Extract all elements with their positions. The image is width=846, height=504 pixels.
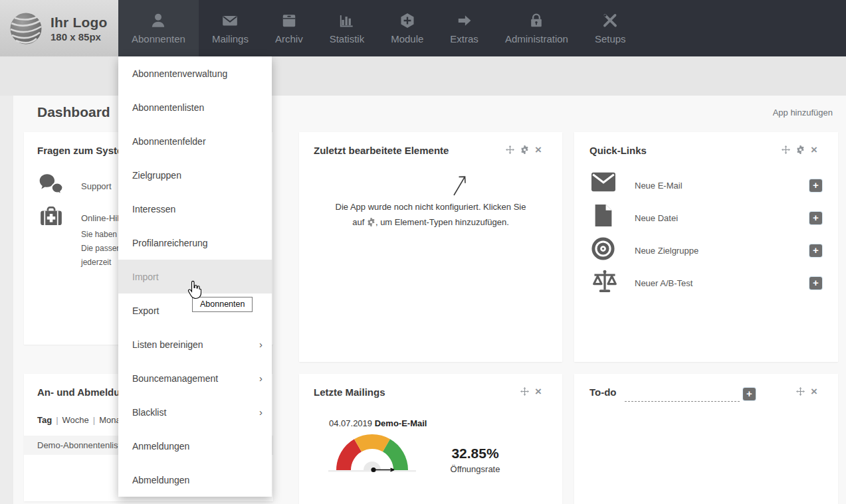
widget-title: To-do [589,386,617,398]
tab-separator: | [93,415,95,425]
menu-item-abonnentenverwaltung[interactable]: Abonnentenverwaltung [118,56,272,90]
chat-bubbles-icon [39,173,64,195]
envelope-icon [591,172,615,192]
add-button[interactable]: + [809,244,822,257]
logo-title: Ihr Logo [51,15,108,31]
nav-item-setups[interactable]: Setups [582,0,639,56]
menu-item-abonnentenlisten[interactable]: Abonnentenlisten [118,90,272,124]
tab-separator: | [56,415,58,425]
mailing-name[interactable]: Demo-E-Mail [375,418,427,428]
envelope-icon [221,12,239,29]
nav-item-archiv[interactable]: Archiv [262,0,316,56]
add-app-link[interactable]: App hinzufügen [773,108,833,118]
quick-link-label[interactable]: Neue Datei [635,213,678,223]
add-todo-button[interactable]: + [743,388,756,400]
move-icon[interactable] [520,387,529,396]
period-tabs: Tag|Woche|Monat [37,415,123,425]
nav-item-module[interactable]: Module [377,0,437,56]
tab-woche[interactable]: Woche [62,415,89,425]
add-button[interactable]: + [809,179,822,192]
widget-title: Zuletzt bearbeitete Elemente [314,145,449,156]
hand-cursor-icon [187,280,201,299]
lock-icon [528,12,545,29]
nav-label: Mailings [212,33,249,44]
support-link[interactable]: Support [81,181,112,191]
nav-item-statistik[interactable]: Statistik [316,0,378,56]
menu-item-abonnentenfelder[interactable]: Abonnentenfelder [118,124,272,158]
nav-label: Extras [450,33,478,44]
menu-item-bouncemanagement[interactable]: Bouncemanagement› [118,361,272,395]
add-button[interactable]: + [809,212,822,224]
page-title: Dashboard [37,104,110,120]
submenu-chevron-icon: › [259,339,263,350]
submenu-chevron-icon: › [259,406,263,418]
hexagon-plus-icon [399,12,416,29]
main-nav: Abonnenten Mailings Archiv [118,0,639,56]
quick-link-row: Neue Zielgruppe + [574,237,838,270]
move-icon[interactable] [796,387,805,396]
quick-link-label[interactable]: Neue E-Mail [635,181,683,191]
quick-link-row: Neuer A/B-Test + [574,270,838,302]
widget-controls: × [506,145,542,154]
menu-item-interessen[interactable]: Interessen [118,192,272,226]
tab-tag[interactable]: Tag [37,415,52,425]
menu-item-profilanreicherung[interactable]: Profilanreicherung [118,226,272,260]
menu-item-anmeldungen[interactable]: Anmeldungen [118,429,272,463]
quick-link-row: Neue Datei + [574,205,838,237]
target-icon [591,237,615,260]
nav-item-extras[interactable]: Extras [437,0,492,56]
gear-icon[interactable] [796,145,805,154]
close-icon[interactable]: × [535,387,542,396]
nav-label: Archiv [275,33,303,44]
mailing-row: 04.07.2019 Demo-E-Mail [329,418,427,428]
top-navbar: Ihr Logo 180 x 85px Abonnenten Mailings [0,0,846,56]
tools-icon [601,12,619,29]
first-aid-kit-icon [40,206,62,226]
nav-item-mailings[interactable]: Mailings [199,0,262,56]
bar-chart-icon [338,12,356,29]
widget-last-mailings: Letzte Mailings × 04.07.2019 Demo-E-Mail [299,374,562,504]
move-icon[interactable] [506,145,514,154]
nav-item-administration[interactable]: Administration [492,0,582,56]
quick-link-row: Neue E-Mail + [574,172,838,205]
gauge-chart [327,432,417,475]
move-icon[interactable] [782,145,790,154]
widget-title: Letzte Mailings [314,386,385,398]
help-text: Sie haben Die passen jederzeit [81,228,121,270]
menu-item-abmeldungen[interactable]: Abmeldungen [118,463,272,497]
close-icon[interactable]: × [811,145,817,154]
quick-link-label[interactable]: Neue Zielgruppe [635,246,698,256]
menu-item-zielgruppen[interactable]: Zielgruppen [118,158,272,192]
nav-label: Statistik [330,33,365,44]
widget-recent-elements: Zuletzt bearbeitete Elemente × Die App w… [299,132,562,362]
open-rate: 32.85% Öffnungsrate [431,446,520,474]
logo-text: Ihr Logo 180 x 85px [51,15,108,42]
gear-icon[interactable] [520,145,529,154]
todo-input[interactable] [625,387,740,402]
close-icon[interactable]: × [811,387,817,396]
nav-label: Module [391,33,423,44]
submenu-chevron-icon: › [259,373,263,384]
logo-subtitle: 180 x 85px [51,31,108,42]
widget-controls: × [796,387,817,396]
widget-title: Fragen zum System [37,145,132,156]
gear-icon [367,218,375,226]
nav-item-abonnenten[interactable]: Abonnenten [118,0,199,56]
menu-item-blacklist[interactable]: Blacklist› [118,395,272,429]
close-icon[interactable]: × [535,145,542,154]
globe-logo-icon [9,11,43,46]
person-icon [150,12,167,29]
menu-item-listen-bereinigen[interactable]: Listen bereinigen› [118,327,272,361]
nav-label: Administration [505,33,568,44]
quick-link-label[interactable]: Neuer A/B-Test [635,278,692,288]
add-button[interactable]: + [809,277,822,290]
nav-label: Setups [595,33,626,44]
widget-title: Quick-Links [589,145,647,156]
mailing-date: 04.07.2019 [329,418,372,428]
nav-label: Abonnenten [132,33,185,44]
arrow-right-icon [456,12,473,29]
widget-controls: × [520,387,542,396]
abonnenten-dropdown-menu: Abonnentenverwaltung Abonnentenlisten Ab… [118,56,272,497]
widget-todo: To-do + × [574,374,838,504]
open-rate-label: Öffnungsrate [431,464,520,474]
